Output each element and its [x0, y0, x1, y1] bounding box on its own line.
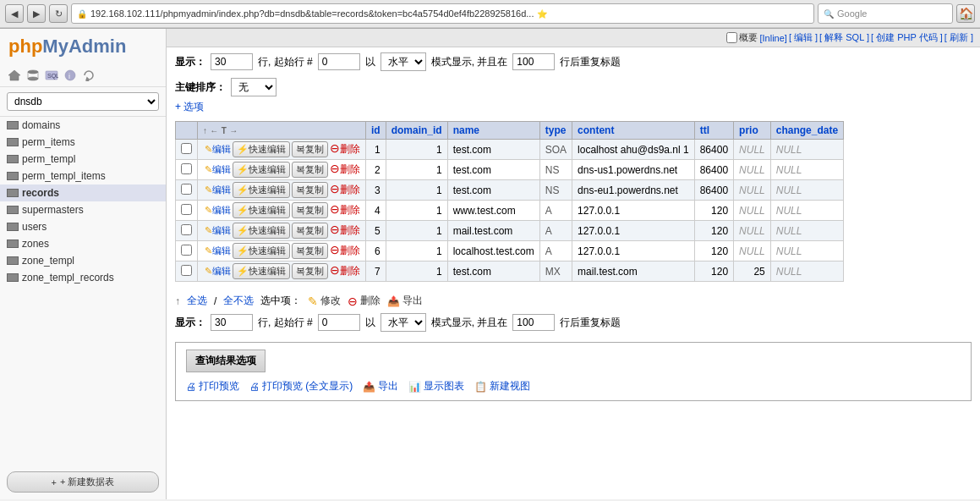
edit-row-button[interactable]: ✎编辑 [203, 184, 233, 196]
bottom-start-input[interactable] [318, 314, 360, 331]
edit-row-button[interactable]: ✎编辑 [203, 245, 233, 257]
row-checkbox[interactable] [181, 224, 192, 235]
row-actions-cell: ✎编辑⚡快速编辑복复制⊖删除 [198, 160, 366, 180]
export-button[interactable]: 📤 导出 [387, 294, 423, 308]
quick-edit-button[interactable]: ⚡快速编辑 [233, 182, 290, 198]
delete-button[interactable]: ⊖ 删除 [348, 294, 381, 308]
cell-content: 127.0.0.1 [572, 221, 695, 241]
quick-edit-button[interactable]: ⚡快速编辑 [233, 202, 290, 218]
col-type-header[interactable]: type [539, 122, 572, 140]
copy-row-button[interactable]: 복复制 [292, 223, 328, 239]
row-checkbox[interactable] [181, 143, 192, 154]
inline-link[interactable]: [Inline] [759, 33, 786, 43]
quick-edit-button[interactable]: ⚡快速编辑 [233, 263, 290, 279]
edit-row-button[interactable]: ✎编辑 [203, 265, 233, 278]
quick-edit-button[interactable]: ⚡快速编辑 [233, 223, 290, 239]
copy-row-button[interactable]: 복复制 [292, 243, 328, 259]
info-icon[interactable]: i [63, 68, 78, 83]
sort-select[interactable]: 无 升序 降序 [231, 78, 276, 96]
view-icon: 📋 [474, 381, 487, 393]
select-all-link[interactable]: 全选 [187, 294, 207, 308]
new-table-button[interactable]: + + 新建数据表 [7, 471, 159, 493]
delete-row-button[interactable]: ⊖删除 [330, 141, 360, 157]
sidebar-table-item-zone_templ[interactable]: zone_templ [0, 252, 166, 269]
chart-link[interactable]: 📊 显示图表 [408, 379, 464, 394]
row-checkbox[interactable] [181, 163, 192, 174]
summary-checkbox[interactable] [726, 32, 737, 43]
copy-row-button[interactable]: 복复制 [292, 202, 328, 218]
delete-row-button[interactable]: ⊖删除 [330, 263, 360, 278]
row-checkbox[interactable] [181, 184, 192, 195]
back-button[interactable]: ◀ [5, 4, 24, 23]
bottom-repeat-input[interactable] [512, 314, 555, 331]
explain-sql-link[interactable]: [ 解释 SQL ] [819, 31, 869, 44]
delete-row-button[interactable]: ⊖删除 [330, 182, 360, 197]
sidebar-table-item-zone_templ_records[interactable]: zone_templ_records [0, 269, 166, 286]
delete-row-button[interactable]: ⊖删除 [330, 223, 360, 238]
delete-row-button[interactable]: ⊖删除 [330, 162, 360, 177]
row-checkbox[interactable] [181, 245, 192, 256]
address-text: 192.168.102.111/phpmyadmin/index.php?db=… [90, 8, 534, 19]
col-id-header[interactable]: id [366, 122, 386, 140]
search-bar[interactable]: 🔍 Google [818, 3, 953, 24]
edit-row-button[interactable]: ✎编辑 [203, 143, 233, 156]
bottom-mode-select[interactable]: 水平 垂直 [381, 313, 426, 332]
export-link-icon: 📤 [363, 381, 375, 393]
edit-row-button[interactable]: ✎编辑 [203, 224, 233, 237]
quick-edit-button[interactable]: ⚡快速编辑 [233, 162, 290, 178]
edit-row-button[interactable]: ✎编辑 [203, 163, 233, 176]
refresh-icon[interactable] [81, 68, 96, 83]
home-button[interactable]: 🏠 [956, 4, 975, 23]
sidebar-table-item-records[interactable]: records [0, 184, 166, 201]
col-domain-id-header[interactable]: domain_id [386, 122, 447, 140]
row-checkbox[interactable] [181, 265, 192, 276]
quick-edit-button[interactable]: ⚡快速编辑 [233, 243, 290, 259]
repeat-input[interactable] [512, 53, 555, 70]
edit-button[interactable]: ✎ 修改 [308, 294, 341, 308]
db-selector[interactable]: dnsdb [0, 87, 166, 117]
sidebar-table-item-users[interactable]: users [0, 218, 166, 235]
new-view-link[interactable]: 📋 新建视图 [474, 379, 530, 394]
edit-row-button[interactable]: ✎编辑 [203, 204, 233, 217]
col-ttl-header[interactable]: ttl [694, 122, 733, 140]
col-name-header[interactable]: name [447, 122, 539, 140]
forward-button[interactable]: ▶ [27, 4, 46, 23]
copy-row-button[interactable]: 복复制 [292, 162, 328, 178]
quick-edit-button[interactable]: ⚡快速编辑 [233, 141, 290, 157]
sql-icon[interactable]: SQL [44, 68, 59, 83]
address-bar[interactable]: 🔒 192.168.102.111/phpmyadmin/index.php?d… [71, 3, 814, 24]
copy-row-button[interactable]: 복复制 [292, 182, 328, 198]
home-icon[interactable] [7, 68, 22, 83]
delete-row-button[interactable]: ⊖删除 [330, 243, 360, 258]
col-change-date-header[interactable]: change_date [770, 122, 843, 140]
col-content-header[interactable]: content [572, 122, 695, 140]
delete-row-button[interactable]: ⊖删除 [330, 202, 360, 217]
mode-select[interactable]: 水平 垂直 [381, 52, 426, 71]
sidebar-table-item-supermasters[interactable]: supermasters [0, 201, 166, 218]
db-select[interactable]: dnsdb [7, 92, 159, 111]
col-prio-header[interactable]: prio [734, 122, 771, 140]
cell-change_date: NULL [770, 221, 843, 241]
start-input[interactable] [318, 53, 360, 70]
reload-button[interactable]: ↻ [49, 4, 68, 23]
sidebar-table-item-perm_items[interactable]: perm_items [0, 134, 166, 151]
print-preview-link[interactable]: 🖨 打印预览 [186, 379, 239, 394]
copy-row-button[interactable]: 복复制 [292, 263, 328, 279]
print-preview-full-link[interactable]: 🖨 打印预览 (全文显示) [249, 379, 353, 394]
sidebar-table-item-domains[interactable]: domains [0, 117, 166, 134]
sidebar-table-item-perm_templ_items[interactable]: perm_templ_items [0, 168, 166, 184]
bottom-rows-input[interactable] [211, 314, 253, 331]
row-checkbox[interactable] [181, 204, 192, 215]
export-link[interactable]: 📤 导出 [363, 379, 398, 394]
copy-row-button[interactable]: 복复制 [292, 141, 328, 157]
deselect-all-link[interactable]: 全不选 [223, 294, 254, 308]
edit-link[interactable]: [ 编辑 ] [789, 31, 818, 44]
create-php-link[interactable]: [ 创建 PHP 代码 ] [871, 31, 943, 44]
database-icon[interactable] [25, 68, 41, 83]
cell-domain_id: 1 [386, 140, 447, 160]
sidebar-table-item-zones[interactable]: zones [0, 235, 166, 252]
refresh-link[interactable]: [ 刷新 ] [944, 31, 973, 44]
rows-input[interactable] [211, 53, 253, 70]
options-link[interactable]: + 选项 [175, 100, 972, 114]
sidebar-table-item-perm_templ[interactable]: perm_templ [0, 151, 166, 168]
